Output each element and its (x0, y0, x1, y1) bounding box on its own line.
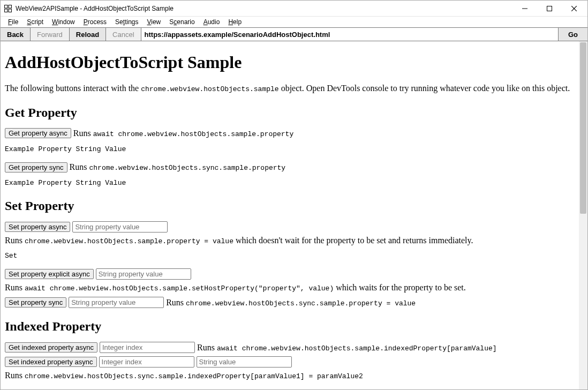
page-title: AddHostObjectToScript Sample (5, 51, 575, 74)
get-indexed-property-async-button[interactable]: Get indexed property async (5, 342, 97, 352)
svg-rect-3 (9, 9, 12, 12)
set-indexed-value-input[interactable] (197, 356, 292, 368)
svg-rect-0 (5, 5, 8, 8)
webview: AddHostObjectToScript Sample The followi… (1, 41, 587, 389)
menu-file[interactable]: File (4, 17, 22, 27)
menu-window[interactable]: Window (48, 17, 79, 27)
get-indexed-desc: Runs await chrome.webview.hostObjects.sa… (197, 342, 497, 354)
intro-post: object. Open DevTools console to try run… (279, 84, 570, 93)
get-async-result: Example Property String Value (5, 145, 575, 154)
set-property-sync-input[interactable] (69, 297, 164, 308)
get-sync-desc: Runs chrome.webview.hostObjects.sync.sam… (70, 161, 286, 173)
menu-audio[interactable]: Audio (199, 17, 224, 27)
set-async-line: Set (5, 251, 575, 261)
get-property-sync-button[interactable]: Get property sync (5, 162, 67, 172)
menubar: File Script Window Process Settings View… (1, 17, 587, 27)
set-property-async-button[interactable]: Set property async (5, 222, 70, 232)
heading-set-property: Set Property (5, 197, 575, 214)
set-indexed-index-input[interactable] (99, 356, 194, 368)
menu-help[interactable]: Help (224, 17, 246, 27)
set-explicit-desc: Runs await chrome.webview.hostObjects.sa… (5, 282, 466, 294)
svg-rect-2 (5, 9, 8, 12)
forward-button[interactable]: Forward (31, 28, 70, 41)
set-indexed-desc: Runs chrome.webview.hostObjects.sync.sam… (5, 370, 363, 381)
row-set-async: Set property async Runs chrome.webview.h… (5, 221, 575, 246)
row-get-async: Get property async Runs await chrome.web… (5, 128, 575, 139)
row-set-indexed-async: Set indexed property async Runs chrome.w… (5, 356, 575, 381)
intro-pre: The following buttons interact with the (5, 84, 141, 93)
menu-settings[interactable]: Settings (111, 17, 142, 27)
set-property-explicit-async-button[interactable]: Set property explicit async (5, 269, 94, 279)
cancel-button[interactable]: Cancel (106, 28, 141, 41)
row-set-explicit: Set property explicit async Runs await c… (5, 268, 575, 294)
menu-script[interactable]: Script (22, 17, 48, 27)
vertical-scrollbar[interactable] (579, 41, 587, 389)
back-button[interactable]: Back (1, 28, 31, 41)
heading-indexed-property: Indexed Property (5, 318, 575, 335)
titlebar: WebView2APISample - AddHostObjectToScrip… (1, 1, 587, 17)
get-sync-result: Example Property String Value (5, 178, 575, 188)
row-get-indexed-async: Get indexed property async Runs await ch… (5, 342, 575, 354)
window-title: WebView2APISample - AddHostObjectToScrip… (16, 5, 174, 12)
menu-process[interactable]: Process (79, 17, 111, 27)
reload-button[interactable]: Reload (70, 28, 106, 41)
row-get-sync: Get property sync Runs chrome.webview.ho… (5, 161, 575, 173)
menu-view[interactable]: View (142, 17, 165, 27)
svg-rect-1 (9, 5, 12, 8)
maximize-button[interactable] (537, 1, 562, 17)
menu-scenario[interactable]: Scenario (165, 17, 199, 27)
intro-code: chrome.webview.hostObjects.sample (141, 85, 278, 93)
get-property-async-button[interactable]: Get property async (5, 128, 71, 138)
set-sync-desc: Runs chrome.webview.hostObjects.sync.sam… (166, 297, 416, 309)
intro-paragraph: The following buttons interact with the … (5, 82, 575, 94)
get-async-desc: Runs await chrome.webview.hostObjects.sa… (73, 128, 293, 139)
address-bar[interactable]: https://appassets.example/ScenarioAddHos… (141, 28, 559, 41)
window-controls (512, 1, 586, 17)
app-icon (4, 4, 12, 13)
svg-rect-5 (547, 6, 552, 11)
row-set-sync: Set property sync Runs chrome.webview.ho… (5, 297, 575, 309)
set-property-explicit-input[interactable] (96, 268, 191, 280)
set-async-desc: Runs chrome.webview.hostObjects.sample.p… (5, 235, 473, 246)
get-indexed-index-input[interactable] (100, 342, 195, 353)
toolbar: Back Forward Reload Cancel https://appas… (1, 27, 587, 41)
close-button[interactable] (562, 1, 586, 17)
minimize-button[interactable] (512, 1, 537, 17)
set-property-sync-button[interactable]: Set property sync (5, 297, 66, 308)
set-property-async-input[interactable] (72, 221, 168, 232)
go-button[interactable]: Go (559, 28, 587, 41)
set-indexed-property-async-button[interactable]: Set indexed property async (5, 357, 97, 367)
document-body: AddHostObjectToScript Sample The followi… (1, 41, 579, 389)
heading-get-property: Get Property (5, 104, 575, 121)
scrollbar-thumb[interactable] (580, 42, 586, 214)
